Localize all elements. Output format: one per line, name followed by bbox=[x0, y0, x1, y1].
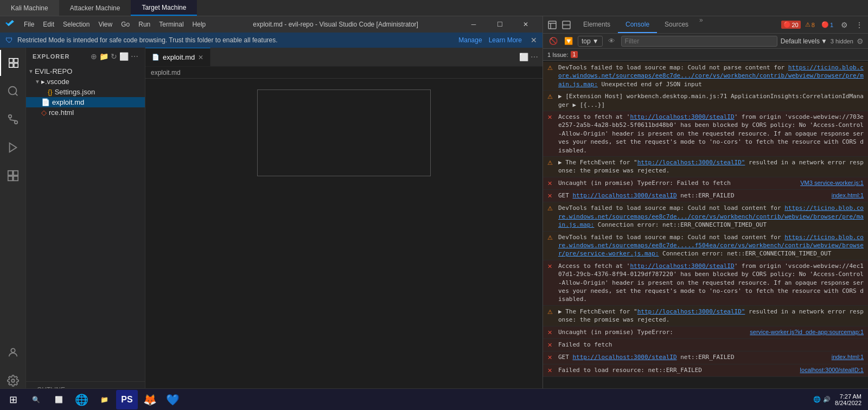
menu-view[interactable]: View bbox=[94, 18, 117, 30]
editor-tab-exploit-md[interactable]: 📄 exploit.md ✕ bbox=[145, 48, 210, 66]
error-icon: ✕ bbox=[547, 113, 555, 121]
hidden-count-label: 3 hidden bbox=[831, 38, 853, 44]
dt-settings-btn[interactable]: ⚙ bbox=[838, 18, 851, 31]
devtools-elements-icon[interactable] bbox=[545, 18, 559, 32]
dt-more-tabs-icon[interactable]: » bbox=[696, 16, 706, 33]
activity-account[interactable] bbox=[0, 339, 26, 366]
log-source[interactable]: localhost:3000/stealID:1 bbox=[800, 366, 864, 374]
maximize-button[interactable]: ☐ bbox=[487, 16, 512, 33]
shield-icon: 🛡 bbox=[5, 36, 13, 44]
dt-more-btn[interactable]: ⋮ bbox=[853, 18, 866, 31]
split-editor-icon[interactable]: ⬜ bbox=[519, 53, 528, 61]
menu-edit[interactable]: Edit bbox=[39, 18, 59, 30]
taskbar-explorer[interactable]: 📁 bbox=[93, 390, 115, 409]
taskbar-right: 🌐 🔊 7:27 AM 8/24/2022 bbox=[813, 393, 866, 406]
menu-selection[interactable]: Selection bbox=[59, 18, 94, 30]
warning-icon: ⚠ bbox=[547, 234, 555, 242]
tree-root-folder[interactable]: ▼ EVIL-REPO bbox=[26, 66, 145, 76]
log-source[interactable]: index.html:1 bbox=[832, 191, 864, 200]
restricted-close-button[interactable]: ✕ bbox=[531, 36, 537, 44]
error-icon: ✕ bbox=[547, 262, 555, 271]
eye-icon[interactable]: 👁 bbox=[606, 35, 618, 47]
log-text: Failed to fetch bbox=[558, 341, 864, 349]
dt-error-badge[interactable]: 🔴 20 bbox=[781, 21, 801, 29]
svg-rect-12 bbox=[548, 21, 556, 29]
taskbar-task-view[interactable]: ⬜ bbox=[48, 390, 69, 409]
console-settings-icon[interactable]: ⚙ bbox=[857, 37, 864, 46]
tab-target[interactable]: Target Machine bbox=[131, 0, 197, 16]
start-button[interactable]: ⊞ bbox=[2, 390, 24, 409]
tree-settings-json[interactable]: {} Settings.json bbox=[26, 87, 145, 97]
menu-help[interactable]: Help bbox=[188, 18, 210, 30]
menu-terminal[interactable]: Terminal bbox=[155, 18, 188, 30]
more-editor-icon[interactable]: ⋯ bbox=[531, 53, 538, 61]
manage-link[interactable]: Manage bbox=[458, 36, 482, 44]
activity-explorer[interactable] bbox=[0, 50, 26, 76]
volume-icon[interactable]: 🔊 bbox=[823, 396, 831, 403]
activity-extensions[interactable] bbox=[0, 163, 26, 189]
log-text: ▶ [Extension Host] workbench.desktop.mai… bbox=[558, 92, 864, 109]
svg-point-3 bbox=[14, 121, 17, 124]
vscode-menubar: File Edit Selection View Go Run Terminal… bbox=[0, 16, 542, 33]
console-filter-input[interactable] bbox=[621, 36, 777, 47]
svg-marker-5 bbox=[9, 143, 16, 152]
menu-run[interactable]: Run bbox=[134, 18, 155, 30]
error-icon: ✕ bbox=[547, 341, 555, 349]
taskbar-firefox[interactable]: 🦊 bbox=[139, 390, 161, 409]
rce-html-label: rce.html bbox=[49, 108, 74, 117]
collapse-all-icon[interactable]: ⬜ bbox=[119, 52, 129, 61]
log-levels-label: Default levels bbox=[781, 37, 820, 45]
dt-info-badge[interactable]: 🔴 1 bbox=[819, 21, 835, 29]
clear-console-icon[interactable]: 🚫 bbox=[547, 35, 559, 47]
learn-more-link[interactable]: Learn More bbox=[489, 36, 522, 44]
log-text: Uncaught (in promise) TypeError: Failed … bbox=[558, 179, 796, 187]
network-icon[interactable]: 🌐 bbox=[813, 396, 821, 403]
taskbar-ie[interactable]: 🌐 bbox=[71, 390, 92, 409]
systray: 🌐 🔊 bbox=[813, 396, 831, 403]
issue-text: 1 Issue: bbox=[547, 52, 569, 58]
menu-go[interactable]: Go bbox=[117, 18, 134, 30]
close-tab-icon[interactable]: ✕ bbox=[198, 54, 203, 61]
log-text: GET http://localhost:3000/stealID net::E… bbox=[558, 191, 827, 200]
dt-tab-elements[interactable]: Elements bbox=[576, 16, 618, 33]
taskbar-search[interactable]: 🔍 bbox=[25, 390, 47, 409]
activity-debug[interactable] bbox=[0, 134, 26, 161]
taskbar-clock[interactable]: 7:27 AM 8/24/2022 bbox=[835, 393, 861, 406]
tree-exploit-md[interactable]: 📄 exploit.md bbox=[26, 97, 145, 107]
tree-rce-html[interactable]: ◇ rce.html bbox=[26, 107, 145, 118]
activity-search[interactable] bbox=[0, 78, 26, 104]
taskbar-vscode[interactable]: 💙 bbox=[162, 390, 183, 409]
log-source[interactable]: VM3 service-worker.js:1 bbox=[800, 179, 864, 187]
dt-warning-badge[interactable]: ⚠ 8 bbox=[803, 21, 817, 29]
log-text: Access to fetch at 'http://localhost:300… bbox=[558, 113, 864, 155]
refresh-icon[interactable]: ↻ bbox=[111, 52, 117, 61]
log-source[interactable]: index.html:1 bbox=[832, 353, 864, 361]
tab-attacker[interactable]: Attacker Machine bbox=[59, 0, 131, 16]
minimize-button[interactable]: ─ bbox=[461, 16, 486, 33]
log-entry: ✕Uncaught (in promise) TypeError:service… bbox=[543, 326, 868, 339]
log-entry: ✕Failed to load resource: net::ERR_FAILE… bbox=[543, 364, 868, 377]
filter-toggle-icon[interactable]: 🔽 bbox=[563, 35, 575, 47]
log-levels-select[interactable]: Default levels ▼ bbox=[781, 37, 827, 45]
log-source[interactable]: service-worker.js?id_ode-app:sourcemap:1 bbox=[750, 328, 864, 336]
menu-file[interactable]: File bbox=[20, 18, 39, 30]
root-arrow-icon: ▼ bbox=[28, 68, 34, 74]
new-folder-icon[interactable]: 📁 bbox=[99, 52, 108, 61]
more-actions-icon[interactable]: ⋯ bbox=[131, 52, 138, 61]
taskbar-powershell[interactable]: PS bbox=[116, 390, 138, 409]
dt-tab-sources[interactable]: Sources bbox=[657, 16, 696, 33]
devtools-log[interactable]: ⚠DevTools failed to load source map: Cou… bbox=[543, 61, 868, 397]
dt-tab-console[interactable]: Console bbox=[618, 16, 657, 33]
tab-kali[interactable]: Kali Machine bbox=[0, 0, 59, 16]
activity-source-control[interactable] bbox=[0, 106, 26, 132]
log-text: Access to fetch at 'http://localhost:300… bbox=[558, 262, 864, 304]
svg-point-11 bbox=[11, 379, 15, 382]
editor-content[interactable] bbox=[145, 79, 542, 398]
warning-icon: ⚠ bbox=[547, 308, 555, 316]
devtools-panel-icon[interactable] bbox=[559, 18, 573, 32]
new-file-icon[interactable]: ⊕ bbox=[91, 52, 97, 61]
close-button[interactable]: ✕ bbox=[513, 16, 538, 33]
context-selector[interactable]: top ▼ bbox=[578, 36, 603, 47]
log-text: ▶ The FetchEvent for "http://localhost:3… bbox=[558, 158, 864, 175]
tree-vscode-folder[interactable]: ▼ ▸ .vscode bbox=[26, 76, 145, 87]
